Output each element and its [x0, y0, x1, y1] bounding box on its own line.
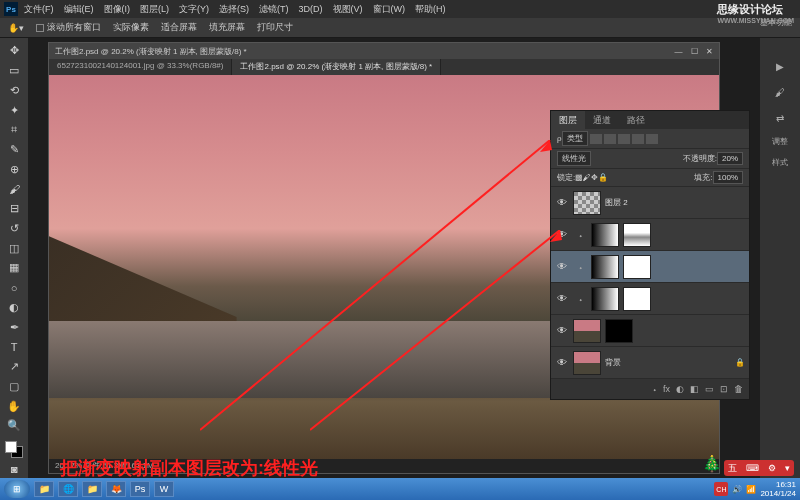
layer-row[interactable]: 👁 图层 2 — [551, 187, 749, 219]
filter-adjust-icon[interactable] — [604, 134, 616, 144]
eraser-tool-icon[interactable]: ◫ — [4, 239, 24, 257]
lock-paint-icon[interactable]: 🖌 — [583, 173, 591, 182]
brush-panel-icon[interactable]: 🖌 — [770, 84, 790, 100]
menu-file[interactable]: 文件(F) — [24, 3, 54, 16]
menu-type[interactable]: 文字(Y) — [179, 3, 209, 16]
fill-input[interactable]: 100% — [713, 171, 743, 184]
scroll-all-checkbox[interactable]: 滚动所有窗口 — [36, 21, 101, 34]
filter-type-icon[interactable] — [618, 134, 630, 144]
fit-screen-button[interactable]: 适合屏幕 — [161, 21, 197, 34]
actual-pixels-button[interactable]: 实际像素 — [113, 21, 149, 34]
layer-row[interactable]: 👁 — [551, 315, 749, 347]
menu-window[interactable]: 窗口(W) — [373, 3, 406, 16]
menu-layer[interactable]: 图层(L) — [140, 3, 169, 16]
layer-thumb[interactable] — [573, 319, 601, 343]
gradient-tool-icon[interactable]: ▦ — [4, 259, 24, 277]
minimize-icon[interactable]: — — [675, 47, 683, 56]
brush-tool-icon[interactable]: 🖌 — [4, 180, 24, 198]
menu-edit[interactable]: 编辑(E) — [64, 3, 94, 16]
mask-thumb[interactable] — [623, 223, 651, 247]
link-icon[interactable]: ⬩ — [573, 294, 587, 304]
mask-thumb[interactable] — [605, 319, 633, 343]
menu-select[interactable]: 选择(S) — [219, 3, 249, 16]
task-photoshop[interactable]: Ps — [130, 481, 150, 497]
stamp-tool-icon[interactable]: ⊟ — [4, 200, 24, 218]
zoom-tool-icon[interactable]: 🔍 — [4, 417, 24, 435]
tab-channels[interactable]: 通道 — [585, 111, 619, 129]
layer-thumb[interactable] — [591, 223, 619, 247]
crop-tool-icon[interactable]: ⌗ — [4, 121, 24, 139]
wand-tool-icon[interactable]: ✦ — [4, 101, 24, 119]
link-icon[interactable]: ⬩ — [573, 262, 587, 272]
blur-tool-icon[interactable]: ○ — [4, 279, 24, 297]
heal-tool-icon[interactable]: ⊕ — [4, 160, 24, 178]
start-button[interactable]: ⊞ — [4, 480, 30, 498]
layer-thumb[interactable] — [573, 191, 601, 215]
layer-row[interactable]: 👁 ⬩ — [551, 251, 749, 283]
filter-smart-icon[interactable] — [646, 134, 658, 144]
layer-row[interactable]: 👁 ⬩ — [551, 219, 749, 251]
opacity-input[interactable]: 20% — [717, 152, 743, 165]
marquee-tool-icon[interactable]: ▭ — [4, 62, 24, 80]
filter-pixel-icon[interactable] — [590, 134, 602, 144]
task-explorer[interactable]: 📁 — [34, 481, 54, 497]
fill-screen-button[interactable]: 填充屏幕 — [209, 21, 245, 34]
mask-thumb[interactable] — [623, 287, 651, 311]
task-firefox[interactable]: 🦊 — [106, 481, 126, 497]
group-icon[interactable]: ▭ — [705, 384, 714, 394]
eyedropper-tool-icon[interactable]: ✎ — [4, 141, 24, 159]
lasso-tool-icon[interactable]: ⟲ — [4, 81, 24, 99]
lock-pos-icon[interactable]: ✥ — [591, 173, 598, 182]
styles-label[interactable]: 样式 — [772, 157, 788, 168]
dodge-tool-icon[interactable]: ◐ — [4, 299, 24, 317]
type-tool-icon[interactable]: T — [4, 338, 24, 356]
lock-trans-icon[interactable]: ▩ — [575, 173, 583, 182]
delete-icon[interactable]: 🗑 — [734, 384, 743, 394]
layer-thumb[interactable] — [591, 287, 619, 311]
pen-tool-icon[interactable]: ✒ — [4, 318, 24, 336]
link-layers-icon[interactable]: ⬩ — [652, 384, 657, 394]
task-ie[interactable]: 🌐 — [58, 481, 78, 497]
layer-row[interactable]: 👁 背景 🔒 — [551, 347, 749, 379]
layer-thumb[interactable] — [573, 351, 601, 375]
menu-3d[interactable]: 3D(D) — [299, 4, 323, 14]
close-icon[interactable]: ✕ — [706, 47, 713, 56]
shape-tool-icon[interactable]: ▢ — [4, 377, 24, 395]
mask-icon[interactable]: ◐ — [676, 384, 684, 394]
lock-all-icon[interactable]: 🔒 — [598, 173, 608, 182]
link-icon[interactable]: ⬩ — [573, 230, 587, 240]
maximize-icon[interactable]: ☐ — [691, 47, 698, 56]
layer-name[interactable]: 背景 — [605, 357, 621, 368]
task-word[interactable]: W — [154, 481, 174, 497]
task-folder[interactable]: 📁 — [82, 481, 102, 497]
ime-widget[interactable]: 五⌨⚙▾ — [724, 460, 794, 476]
hand-tool-preset[interactable]: ✋▾ — [8, 23, 24, 33]
doc-tab-2[interactable]: 工作图2.psd @ 20.2% (渐变映射 1 副本, 图层蒙版/8) * — [232, 59, 441, 75]
blend-mode-dropdown[interactable]: 线性光 — [557, 151, 591, 166]
layer-name[interactable]: 图层 2 — [605, 197, 628, 208]
menu-filter[interactable]: 滤镜(T) — [259, 3, 289, 16]
menu-help[interactable]: 帮助(H) — [415, 3, 446, 16]
mask-thumb[interactable] — [623, 255, 651, 279]
adjust-label[interactable]: 调整 — [772, 136, 788, 147]
hand-tool-icon[interactable]: ✋ — [4, 397, 24, 415]
doc-tab-1[interactable]: 6527231002140124001.jpg @ 33.3%(RGB/8#) — [49, 59, 232, 75]
tray-volume-icon[interactable]: 🔊 — [732, 485, 742, 494]
new-layer-icon[interactable]: ⊡ — [720, 384, 728, 394]
print-size-button[interactable]: 打印尺寸 — [257, 21, 293, 34]
tab-paths[interactable]: 路径 — [619, 111, 653, 129]
adjust-panel-icon[interactable]: ⇄ — [770, 110, 790, 126]
history-panel-icon[interactable]: ▶ — [770, 58, 790, 74]
filter-shape-icon[interactable] — [632, 134, 644, 144]
filter-type-dropdown[interactable]: 类型 — [562, 131, 588, 146]
fx-icon[interactable]: fx — [663, 384, 670, 394]
tab-layers[interactable]: 图层 — [551, 111, 585, 129]
move-tool-icon[interactable]: ✥ — [4, 42, 24, 60]
color-swatch[interactable] — [5, 441, 23, 459]
history-brush-icon[interactable]: ↺ — [4, 220, 24, 238]
ime-ch-icon[interactable]: CH — [714, 482, 728, 496]
adjustment-icon[interactable]: ◧ — [690, 384, 699, 394]
document-titlebar[interactable]: 工作图2.psd @ 20.2% (渐变映射 1 副本, 图层蒙版/8) * —… — [49, 43, 719, 59]
layer-thumb[interactable] — [591, 255, 619, 279]
menu-view[interactable]: 视图(V) — [333, 3, 363, 16]
